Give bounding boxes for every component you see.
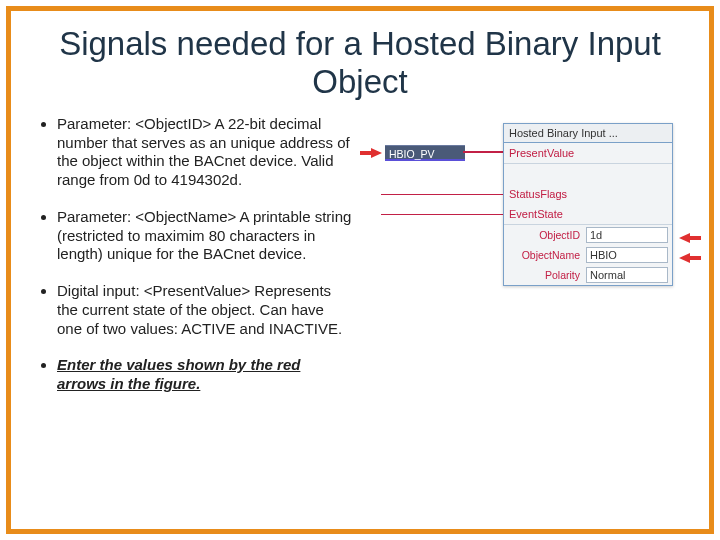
slide-frame: Signals needed for a Hosted Binary Input…: [6, 6, 714, 534]
content-row: Parameter: <ObjectID> A 22-bit decimal n…: [33, 115, 687, 415]
port-status-flags: StatusFlags: [504, 184, 672, 204]
object-panel: Hosted Binary Input ... PresentValue Sta…: [503, 123, 673, 286]
bullet-instruction: Enter the values shown by the red arrows…: [57, 356, 353, 394]
label-polarity: Polarity: [504, 269, 586, 281]
bullet-list: Parameter: <ObjectID> A 22-bit decimal n…: [33, 115, 353, 412]
value-object-id: 1d: [586, 227, 668, 243]
slide-title: Signals needed for a Hosted Binary Input…: [33, 25, 687, 101]
value-polarity: Normal: [586, 267, 668, 283]
bullet-3: Digital input: <PresentValue> Represents…: [57, 282, 353, 338]
arrow-object-name-icon: [679, 253, 690, 263]
arrow-input-icon: [371, 148, 382, 158]
port-present-value: PresentValue: [504, 143, 672, 164]
label-object-name: ObjectName: [504, 249, 586, 261]
signal-tag: HBIO_PV: [385, 145, 465, 161]
field-polarity: Polarity Normal: [504, 265, 672, 285]
bullet-1: Parameter: <ObjectID> A 22-bit decimal n…: [57, 115, 353, 190]
panel-header: Hosted Binary Input ...: [504, 124, 672, 143]
label-object-id: ObjectID: [504, 229, 586, 241]
bullet-2: Parameter: <ObjectName> A printable stri…: [57, 208, 353, 264]
arrow-object-id-icon: [679, 233, 690, 243]
wire-present-value: [463, 151, 503, 153]
diagram: HBIO_PV Hosted Binary Input ... PresentV…: [353, 115, 687, 415]
field-object-id: ObjectID 1d: [504, 225, 672, 245]
wire-event-state: [381, 214, 503, 216]
value-object-name: HBIO: [586, 247, 668, 263]
port-event-state: EventState: [504, 204, 672, 225]
field-object-name: ObjectName HBIO: [504, 245, 672, 265]
wire-status-flags: [381, 194, 503, 196]
